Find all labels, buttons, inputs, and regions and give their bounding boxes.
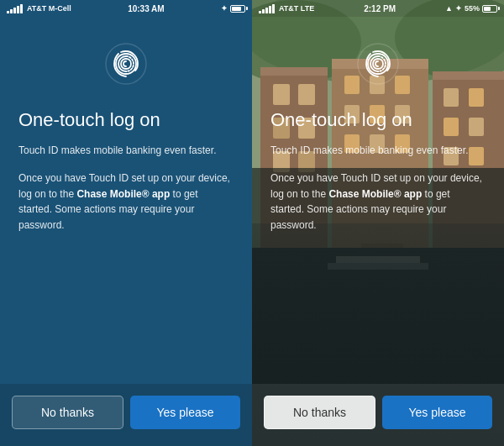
- description-left: Touch ID makes mobile banking even faste…: [18, 143, 234, 233]
- battery-fill-right: [484, 7, 491, 11]
- wifi-icon-right: ▲: [445, 4, 453, 13]
- desc-line1-right: Touch ID makes mobile banking even faste…: [270, 143, 486, 159]
- no-thanks-button-left[interactable]: No thanks: [12, 396, 123, 429]
- yes-please-button-right[interactable]: Yes please: [382, 396, 492, 429]
- content-right: One-touch log on Touch ID makes mobile b…: [252, 17, 504, 384]
- battery-right: [482, 5, 497, 13]
- right-phone-screen: AT&T LTE 2:12 PM ▲ ✦ 55%: [252, 0, 504, 446]
- button-row-right: No thanks Yes please: [252, 384, 504, 446]
- battery-text-right: 55%: [465, 4, 480, 13]
- left-phone-screen: AT&T M-Cell 10:33 AM ✦: [0, 0, 252, 446]
- battery-fill-left: [232, 7, 241, 11]
- button-row-left: No thanks Yes please: [0, 384, 252, 446]
- desc-line1-left: Touch ID makes mobile banking even faste…: [18, 143, 234, 159]
- status-bar-left: AT&T M-Cell 10:33 AM ✦: [0, 0, 252, 17]
- bluetooth-icon-left: ✦: [221, 4, 228, 13]
- svg-point-40: [358, 44, 398, 84]
- status-right-left: ✦: [221, 4, 245, 13]
- bluetooth-icon-right: ✦: [455, 4, 462, 13]
- carrier-right: AT&T LTE: [279, 4, 314, 13]
- no-thanks-button-right[interactable]: No thanks: [264, 396, 375, 429]
- status-left-right: AT&T LTE: [259, 4, 314, 13]
- desc-line2-right: Once you have Touch ID set up on your de…: [270, 171, 486, 233]
- title-left: One-touch log on: [18, 109, 234, 131]
- content-left: One-touch log on Touch ID makes mobile b…: [0, 17, 252, 384]
- carrier-left: AT&T M-Cell: [27, 4, 71, 13]
- time-left: 10:33 AM: [128, 4, 165, 13]
- time-right: 2:12 PM: [364, 4, 396, 13]
- svg-point-0: [106, 44, 146, 84]
- desc-line2-left: Once you have Touch ID set up on your de…: [18, 171, 234, 233]
- fingerprint-icon-left: [104, 42, 148, 86]
- signal-dots-right: [259, 4, 275, 13]
- desc-bold-right: Chase Mobile® app: [328, 188, 422, 200]
- battery-left: [230, 5, 245, 13]
- status-bar-right: AT&T LTE 2:12 PM ▲ ✦ 55%: [252, 0, 504, 17]
- description-right: Touch ID makes mobile banking even faste…: [270, 143, 486, 233]
- fingerprint-icon-right: [356, 42, 400, 86]
- desc-bold-left: Chase Mobile® app: [76, 188, 170, 200]
- signal-dots-left: [7, 4, 23, 13]
- yes-please-button-left[interactable]: Yes please: [130, 396, 240, 429]
- title-right: One-touch log on: [270, 109, 486, 131]
- status-left: AT&T M-Cell: [7, 4, 71, 13]
- status-right-right: ▲ ✦ 55%: [445, 4, 497, 13]
